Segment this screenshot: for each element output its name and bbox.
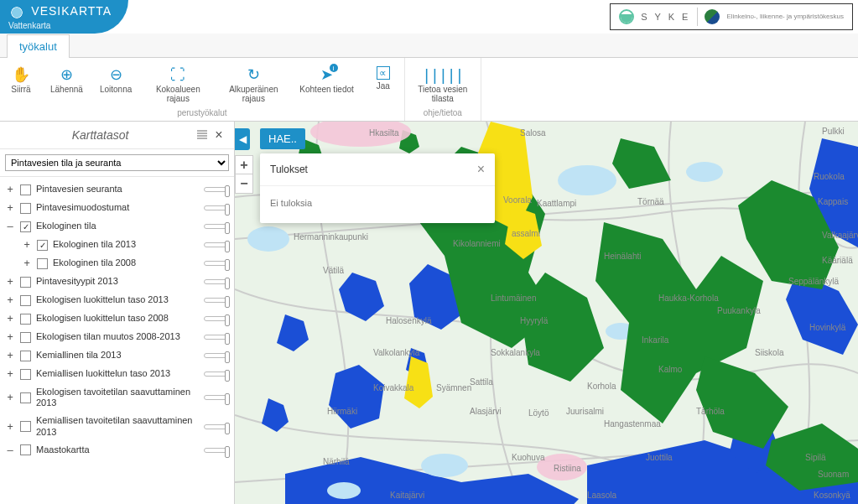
plus-circle-icon: ⊕ <box>58 66 75 83</box>
layer-checkbox[interactable] <box>20 392 31 403</box>
move-label: Siirrä <box>11 85 30 94</box>
zoom-out-button[interactable]: ⊖ Loitonna <box>91 63 140 107</box>
svg-point-8 <box>537 454 587 481</box>
layer-label: Pintavesityypit 2013 <box>36 276 199 287</box>
layer-row: +Kemiallisen tavoitetilan saavuttaminen … <box>0 412 234 440</box>
layer-checkbox[interactable] <box>20 277 31 288</box>
layer-checkbox[interactable] <box>20 184 31 195</box>
layer-label: Pintavesimuodostumat <box>36 202 199 213</box>
partner-logos: S Y K E Elinkeino-, liikenne- ja ympäris… <box>610 3 853 30</box>
layer-label: Ekologinen tila <box>36 221 199 231</box>
logo-separator <box>697 8 698 26</box>
expand-toggle[interactable]: + <box>5 294 15 306</box>
layer-checkbox[interactable] <box>20 444 31 455</box>
syke-text: S Y K E <box>641 12 690 22</box>
close-sidebar-button[interactable]: × <box>211 127 227 143</box>
layer-list-icon[interactable] <box>194 127 211 143</box>
layer-checkbox[interactable]: ✓ <box>37 240 48 251</box>
original-extent-button[interactable]: ↻ Alkuperäinen rajaus <box>216 63 291 107</box>
opacity-slider[interactable] <box>204 395 229 400</box>
layer-checkbox[interactable] <box>20 314 31 325</box>
layer-checkbox[interactable] <box>37 258 48 269</box>
expand-toggle[interactable]: + <box>22 239 32 251</box>
layer-label: Kemiallisen luokittelun taso 2013 <box>36 368 199 379</box>
vesikartta-logo-icon <box>8 4 25 21</box>
water-info-button[interactable]: ||||| Tietoa vesien tilasta <box>405 63 481 107</box>
barcode-icon: ||||| <box>434 66 451 83</box>
layer-theme-row: Pintavesien tila ja seuranta <box>0 149 234 177</box>
opacity-slider[interactable] <box>204 224 229 229</box>
close-results-button[interactable]: × <box>477 162 485 177</box>
move-button[interactable]: ✋ Siirrä <box>0 63 42 107</box>
feature-info-button[interactable]: ➤ Kohteen tiedot <box>291 63 362 107</box>
opacity-slider[interactable] <box>204 261 229 266</box>
opacity-slider[interactable] <box>204 448 229 453</box>
ely-text: Elinkeino-, liikenne- ja ympäristökeskus <box>726 13 844 21</box>
expand-toggle[interactable]: + <box>5 184 15 195</box>
tool-group-info: ||||| Tietoa vesien tilasta ohje/tietoa <box>405 58 481 121</box>
app-subtitle: Vattenkarta <box>8 21 112 30</box>
layer-theme-select[interactable]: Pintavesien tila ja seuranta <box>5 154 229 171</box>
expand-toggle[interactable]: + <box>5 421 15 433</box>
layer-row: +Ekologisen tavoitetilan saavuttaminen 2… <box>0 383 234 412</box>
opacity-slider[interactable] <box>204 372 229 377</box>
expand-toggle[interactable]: + <box>5 350 15 361</box>
water-info-label: Tietoa vesien tilasta <box>413 85 472 103</box>
zoom-in-label: Lähennä <box>50 85 83 94</box>
zoom-out-label: Loitonna <box>100 85 132 94</box>
expand-toggle[interactable]: — <box>5 221 15 232</box>
share-button[interactable]: ∝ Jaa <box>362 63 404 107</box>
opacity-slider[interactable] <box>204 187 229 192</box>
layer-checkbox[interactable] <box>20 351 31 361</box>
expand-toggle[interactable]: + <box>5 202 15 214</box>
map-zoom-out-button[interactable]: − <box>236 174 252 193</box>
expand-toggle[interactable]: + <box>5 368 15 380</box>
opacity-slider[interactable] <box>204 279 229 284</box>
layer-checkbox[interactable] <box>20 203 31 214</box>
opacity-slider[interactable] <box>204 316 229 321</box>
expand-toggle[interactable]: + <box>5 331 15 343</box>
share-icon: ∝ <box>377 66 390 80</box>
basic-group-label: perustyökalut <box>0 107 404 119</box>
layer-label: Ekologisen luokittelun taso 2008 <box>36 313 199 324</box>
tab-tools[interactable]: työkalut <box>7 34 70 58</box>
expand-toggle[interactable]: + <box>5 392 15 403</box>
opacity-slider[interactable] <box>204 205 229 210</box>
opacity-slider[interactable] <box>204 298 229 303</box>
opacity-slider[interactable] <box>204 242 229 247</box>
opacity-slider[interactable] <box>204 353 229 358</box>
original-extent-label: Alkuperäinen rajaus <box>224 85 283 103</box>
collapse-sidebar-toggle[interactable]: ◀ <box>235 128 250 150</box>
layer-checkbox[interactable] <box>20 295 31 306</box>
svg-point-1 <box>247 226 289 252</box>
layer-label: Ekologisen luokittelun taso 2013 <box>36 294 199 305</box>
layer-checkbox[interactable] <box>20 421 31 432</box>
zoom-in-button[interactable]: ⊕ Lähennä <box>42 63 91 107</box>
expand-toggle[interactable]: + <box>5 313 15 325</box>
layer-row: +Pintavesien seuranta <box>0 180 234 199</box>
layer-row: +✓Ekologinen tila 2013 <box>0 236 234 254</box>
share-label: Jaa <box>377 81 390 91</box>
layer-checkbox[interactable] <box>20 332 31 343</box>
opacity-slider[interactable] <box>204 424 229 429</box>
search-button[interactable]: HAE.. <box>260 128 305 149</box>
info-cursor-icon: ➤ <box>319 66 335 83</box>
expand-toggle[interactable]: + <box>5 276 15 288</box>
expand-toggle[interactable]: — <box>5 444 15 456</box>
layer-tree[interactable]: +Pintavesien seuranta+Pintavesimuodostum… <box>0 177 234 504</box>
layers-sidebar: Karttatasot × Pintavesien tila ja seuran… <box>0 122 235 504</box>
layer-label: Ekologinen tila 2008 <box>53 257 199 268</box>
full-extent-label: Kokoalueen rajaus <box>148 85 207 103</box>
map-zoom-in-button[interactable]: + <box>236 156 252 174</box>
layer-checkbox[interactable] <box>20 369 31 380</box>
expand-toggle[interactable]: + <box>22 257 32 269</box>
zoom-control: + − <box>235 155 253 194</box>
ely-logo-icon <box>705 9 720 24</box>
map-canvas[interactable]: PulkkiRuokolaKappaisValkaajärviKääriäläS… <box>235 122 858 504</box>
main-area: Karttatasot × Pintavesien tila ja seuran… <box>0 122 858 504</box>
layer-row: +Ekologinen tila 2008 <box>0 254 234 273</box>
opacity-slider[interactable] <box>204 335 229 340</box>
search-results-popup: Tulokset × Ei tuloksia <box>260 153 495 223</box>
layer-checkbox[interactable]: ✓ <box>20 221 31 232</box>
full-extent-button[interactable]: ⛶ Kokoalueen rajaus <box>140 63 216 107</box>
